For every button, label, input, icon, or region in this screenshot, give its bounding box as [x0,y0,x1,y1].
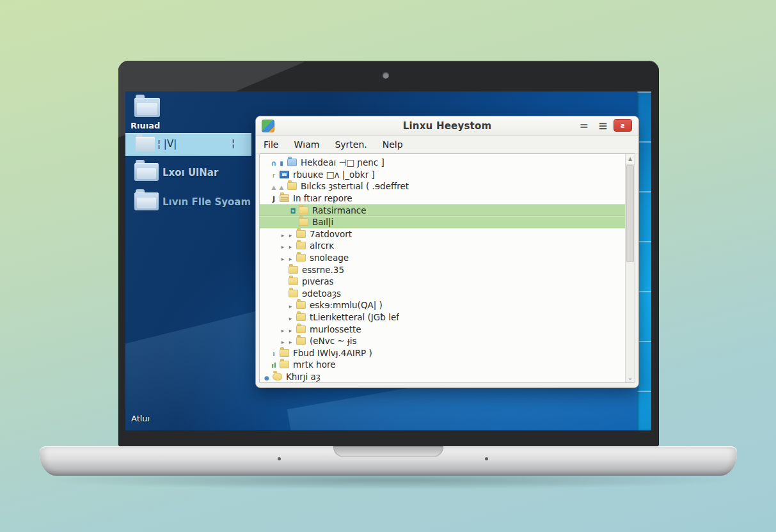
tree-row[interactable]: ▸ tLierıketteral (JGƀ lef [260,311,625,324]
tree-row-label: Khırȷi aȝ [286,372,321,382]
tree-row-expanders[interactable]: ▸▸ [279,240,294,251]
tree-row[interactable]: ◘ Ratsirmance [260,204,625,216]
desktop-selected-item[interactable]: ¦ |V| ¦ [125,133,251,156]
tree-row[interactable]: pıveras [260,276,625,288]
tri-marker-icon: ▲ [278,184,285,191]
tree-row-label: Hekdeaı ⊣□ ɲenc ] [301,157,384,168]
expander-icon[interactable]: ▸ [287,303,294,309]
tree-row-expanders[interactable]: ▲▲ [270,181,285,191]
tree-row[interactable]: ∩▮ Hekdeaı ⊣□ ɲenc ] [260,157,625,169]
scroll-down-icon[interactable]: ⌄ [626,374,635,381]
folder-icon [280,361,289,368]
expander-icon[interactable]: ▸ [279,327,287,334]
tree-row[interactable]: r rbuuĸe □ʌ |_obkr ] [260,169,625,181]
tree-row[interactable]: ı Fbud IWlvɟ.4AIRP ) [260,347,625,359]
tree-row-expanders[interactable]: ▸▸ [279,253,294,263]
window-menu-icon[interactable]: ≡ [598,119,608,132]
expander-icon[interactable]: ▸ [279,256,287,262]
tree-row[interactable]: J In ftıar repore [260,192,625,205]
folder-icon [280,171,289,178]
folder-icon [287,159,297,166]
pill-marker-icon: ▮ [278,160,285,167]
tree-row[interactable]: ▸▸ murlossette [260,323,625,335]
tree-row-label: pıveras [302,276,333,286]
expander-icon[interactable]: ▸ [287,244,294,250]
tree-row[interactable]: ▸ eskɘ:mmlu(QA| ) [260,299,625,311]
tree-row-label: essrne.35 [302,265,344,275]
menu-system[interactable]: Syrten. [335,139,367,150]
expander-icon[interactable]: ▸ [279,232,287,239]
arc-marker-icon: ∩ [270,159,278,168]
menu-view[interactable]: Wıam [294,139,319,150]
tree-row-expanders[interactable]: ı [270,348,278,358]
folder-icon [296,242,306,249]
desktop-icon-label-4[interactable]: Lıvın Flle Syoam [162,196,251,208]
desktop-selected-trailing-mark: ¦ [232,137,235,149]
expander-icon[interactable]: ▸ [287,256,294,262]
tree-row[interactable]: ▸▸ 7atdovort [260,228,625,240]
tree-row-expanders[interactable]: ▸ [279,312,294,322]
tree-row-expanders[interactable]: ▸▸ [279,324,294,334]
tree-row[interactable]: ● Khırȷi aȝ [260,371,625,383]
scene: Rıuıad ¦ |V| ¦ Lxoı UlNar Lıvın Flle Syo… [0,0,776,532]
tree-row[interactable]: ɘdetoaȝs [260,288,625,300]
tree-row-label: tLierıketteral (JGƀ lef [310,312,399,322]
desktop-icon-label-3[interactable]: Lxoı UlNar [162,167,218,178]
expander-icon[interactable]: ▸ [287,339,294,345]
tree-row-label: rbuuĸe □ʌ |_obkr ] [293,169,375,180]
folder-icon [296,254,306,262]
expander-icon[interactable]: ▸ [287,315,294,322]
wallpaper-window-panes [637,91,651,430]
tree-row-expanders[interactable] [289,217,297,227]
badge-marker-icon: ◘ [289,207,297,215]
scroll-up-icon[interactable]: ▲ [626,154,635,165]
tree-row-expanders[interactable]: J [270,193,278,203]
close-button[interactable]: ƨ [614,119,632,132]
tree-row-expanders[interactable]: ∩▮ [270,157,285,168]
tree-row-label: In ftıar repore [293,193,352,203]
desktop-folder-icon-2 [136,137,155,152]
folder-icon [280,349,289,357]
tree-row-expanders[interactable]: ıl [270,359,278,370]
tree-row[interactable]: ▸▸ alrcrĸ [260,240,625,252]
desktop-folder-icon-4[interactable] [134,192,159,210]
tree-row[interactable]: Baıl|i [260,216,625,228]
menu-file[interactable]: File [264,139,278,150]
expander-icon[interactable]: ▸ [287,232,294,239]
desktop-folder-icon-1[interactable] [134,98,160,117]
tree-row-expanders[interactable] [279,288,287,299]
base-screw [485,457,488,460]
expander-icon[interactable]: ▸ [279,244,287,250]
desktop-icon-label-2: ¦ |V| [157,138,177,150]
scrollbar-thumb[interactable] [626,165,634,262]
lid-notch [333,446,443,457]
tree-row-label: alrcrĸ [310,240,334,251]
tree-row[interactable]: ▸▸ (eNvc ~ ɟis [260,335,625,347]
tree-row-expanders[interactable]: r [270,169,278,180]
iglyph-marker-icon: ı [270,350,278,358]
jglyph-marker-icon: J [270,195,278,203]
file-tree-panel: ∩▮ Hekdeaı ⊣□ ɲenc ] r rbuuĸe □ʌ |_obkr … [259,153,635,383]
tree-row[interactable]: ▲▲ Bılcks ȝstertıal ( .ɘdeffret [260,180,625,192]
window-titlebar[interactable]: Linxu Heeystom = ≡ ƨ [256,116,638,136]
desktop-icon-label-1[interactable]: Rıuıad [131,121,160,130]
tree-row-expanders[interactable]: ▸▸ [279,336,294,346]
tree-row-expanders[interactable]: ▸ [279,300,294,310]
tree-row[interactable]: essrne.35 [260,263,625,276]
file-tree: ∩▮ Hekdeaı ⊣□ ɲenc ] r rbuuĸe □ʌ |_obkr … [260,157,625,382]
menu-help[interactable]: Nelp [383,139,403,150]
minimize-button[interactable]: = [580,119,589,132]
tree-row[interactable]: ıl mrtĸ hore [260,359,625,371]
tree-row-expanders[interactable]: ◘ [289,205,297,215]
tree-row-expanders[interactable] [279,276,287,286]
tree-row[interactable]: ▸▸ snoleage [260,252,625,264]
vertical-scrollbar[interactable]: ▲ ⌄ [625,154,635,382]
tree-row-expanders[interactable] [279,265,287,275]
folder-icon [287,182,297,190]
desktop-folder-icon-3[interactable] [134,163,159,181]
expander-icon[interactable]: ▸ [279,339,287,345]
tree-row-expanders[interactable]: ● [263,372,271,382]
tree-row-expanders[interactable]: ▸▸ [279,229,294,239]
expander-icon[interactable]: ▸ [287,327,294,334]
folder-icon [296,325,306,333]
